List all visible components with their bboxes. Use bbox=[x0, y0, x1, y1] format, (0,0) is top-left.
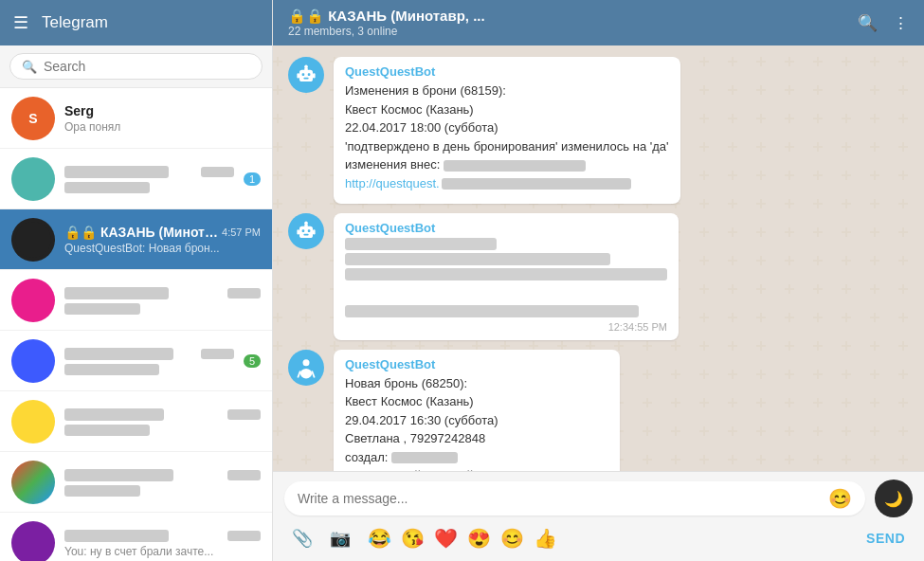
message-sender: QuestQuestBot bbox=[345, 64, 669, 79]
svg-point-14 bbox=[304, 222, 308, 226]
chat-input-area: 😊 🌙 📎 📷 😂 😘 ❤️ 😍 😊 👍 SEND bbox=[273, 471, 924, 561]
avatar bbox=[11, 461, 55, 504]
more-icon[interactable]: ⋮ bbox=[893, 13, 909, 33]
chat-preview: QuestQuestBot: Новая брон... bbox=[64, 242, 261, 255]
search-icon[interactable]: 🔍 bbox=[858, 13, 878, 33]
chat-info bbox=[64, 407, 261, 437]
chat-info bbox=[64, 164, 234, 194]
message-input[interactable] bbox=[298, 491, 819, 506]
chat-info bbox=[64, 467, 261, 498]
dark-button[interactable]: 🌙 bbox=[875, 480, 913, 517]
chat-preview bbox=[64, 424, 261, 437]
list-item[interactable] bbox=[0, 452, 272, 513]
chat-name bbox=[64, 346, 173, 361]
toolbar-row: 📎 📷 😂 😘 ❤️ 😍 😊 👍 SEND bbox=[284, 523, 913, 553]
avatar bbox=[288, 57, 324, 93]
table-row: QuestQuestBot Новая бронь (68250): Квест… bbox=[288, 350, 909, 472]
message-sender: QuestQuestBot bbox=[345, 357, 608, 371]
chat-name bbox=[64, 285, 169, 300]
chat-header-info: 🔒🔒 КАЗАНЬ (Минотавр, ... 22 members, 3 o… bbox=[288, 8, 485, 38]
chat-time bbox=[201, 165, 234, 177]
message-time: 12:34:55 PM bbox=[345, 321, 667, 333]
messages-area: QuestQuestBot Изменения в брони (68159):… bbox=[273, 45, 924, 471]
avatar bbox=[11, 157, 55, 201]
sidebar: ☰ Telegram 🔍 S Serg Ора понял bbox=[0, 0, 273, 561]
avatar bbox=[11, 218, 55, 262]
search-input[interactable] bbox=[44, 59, 250, 74]
unread-badge: 5 bbox=[244, 354, 261, 368]
chat-header: 🔒🔒 КАЗАНЬ (Минотавр, ... 22 members, 3 o… bbox=[273, 0, 924, 45]
list-item[interactable]: 🔒🔒 КАЗАНЬ (Минотавр, ... 4:57 PM QuestQu… bbox=[0, 209, 272, 270]
list-item[interactable]: 1 bbox=[0, 149, 272, 209]
svg-point-17 bbox=[303, 359, 310, 366]
avatar: S bbox=[11, 97, 55, 140]
chat-preview bbox=[64, 181, 234, 194]
avatar bbox=[11, 339, 55, 383]
list-item[interactable] bbox=[0, 270, 272, 331]
svg-point-0 bbox=[15, 222, 51, 258]
avatar bbox=[11, 400, 55, 443]
message-bubble: QuestQuestBot 12:34:55 PM bbox=[334, 213, 679, 340]
emoji-button[interactable]: 😊 bbox=[828, 487, 852, 510]
search-icon: 🔍 bbox=[22, 60, 37, 74]
svg-rect-11 bbox=[308, 229, 311, 232]
message-text: Новая бронь (68250): Квест Космос (Казан… bbox=[345, 374, 608, 472]
avatar bbox=[11, 521, 55, 562]
chat-time bbox=[227, 529, 261, 541]
svg-rect-10 bbox=[302, 229, 305, 232]
hamburger-icon[interactable]: ☰ bbox=[13, 12, 28, 33]
svg-point-18 bbox=[300, 368, 312, 378]
chat-name bbox=[64, 528, 169, 543]
list-item[interactable]: S Serg Ора понял bbox=[0, 88, 272, 149]
avatar bbox=[288, 213, 324, 249]
chat-preview: Ора понял bbox=[64, 120, 261, 134]
emoji-heart[interactable]: ❤️ bbox=[434, 527, 458, 550]
svg-rect-8 bbox=[313, 73, 316, 78]
table-row: QuestQuestBot Изменения в брони (68159):… bbox=[288, 57, 909, 204]
chat-name bbox=[64, 467, 173, 482]
emoji-love[interactable]: 😍 bbox=[467, 527, 491, 550]
chat-preview bbox=[64, 484, 261, 498]
emoji-smile[interactable]: 😊 bbox=[500, 527, 524, 550]
camera-icon[interactable]: 📷 bbox=[330, 528, 351, 549]
svg-rect-15 bbox=[297, 229, 299, 234]
sidebar-header: ☰ Telegram bbox=[0, 0, 272, 45]
chat-preview bbox=[64, 302, 261, 316]
attach-icon[interactable]: 📎 bbox=[292, 528, 313, 549]
message-bubble: QuestQuestBot Новая бронь (68250): Квест… bbox=[334, 350, 620, 472]
avatar bbox=[11, 279, 55, 322]
emoji-kiss[interactable]: 😘 bbox=[401, 527, 425, 550]
chat-time bbox=[227, 286, 261, 299]
list-item[interactable]: 5 bbox=[0, 331, 272, 391]
chat-header-icons: 🔍 ⋮ bbox=[858, 13, 909, 33]
list-item[interactable] bbox=[0, 391, 272, 452]
chat-time bbox=[201, 347, 234, 359]
chat-time: 4:57 PM bbox=[222, 226, 261, 238]
svg-rect-4 bbox=[303, 78, 308, 80]
message-bubble: QuestQuestBot Изменения в брони (68159):… bbox=[334, 57, 680, 204]
svg-rect-2 bbox=[302, 73, 305, 76]
message-text bbox=[345, 238, 667, 317]
svg-rect-16 bbox=[313, 229, 316, 234]
chat-preview: You: ну в счет брали зачте... bbox=[64, 545, 261, 558]
search-input-wrap[interactable]: 🔍 bbox=[9, 53, 263, 80]
chat-preview bbox=[64, 363, 234, 376]
chat-info bbox=[64, 346, 234, 376]
chat-info: 🔒🔒 КАЗАНЬ (Минотавр, ... 4:57 PM QuestQu… bbox=[64, 225, 261, 255]
svg-rect-3 bbox=[308, 73, 311, 76]
message-sender: QuestQuestBot bbox=[345, 221, 667, 235]
message-input-row: 😊 bbox=[284, 481, 865, 516]
emoji-laugh[interactable]: 😂 bbox=[368, 527, 391, 550]
search-bar: 🔍 bbox=[0, 45, 272, 88]
chat-header-subtitle: 22 members, 3 online bbox=[288, 25, 485, 38]
list-item[interactable]: You: ну в счет брали зачте... bbox=[0, 513, 272, 561]
chat-name bbox=[64, 164, 169, 179]
chat-list: S Serg Ора понял 1 bbox=[0, 88, 272, 561]
svg-rect-9 bbox=[299, 226, 313, 238]
message-link[interactable]: http://questquest. bbox=[345, 176, 440, 190]
toolbar-icons: 📎 📷 😂 😘 ❤️ 😍 😊 👍 bbox=[292, 527, 557, 550]
emoji-thumbsup[interactable]: 👍 bbox=[534, 527, 557, 550]
unread-badge: 1 bbox=[244, 172, 261, 186]
app-title: Telegram bbox=[42, 13, 108, 32]
send-button[interactable]: SEND bbox=[866, 531, 905, 546]
